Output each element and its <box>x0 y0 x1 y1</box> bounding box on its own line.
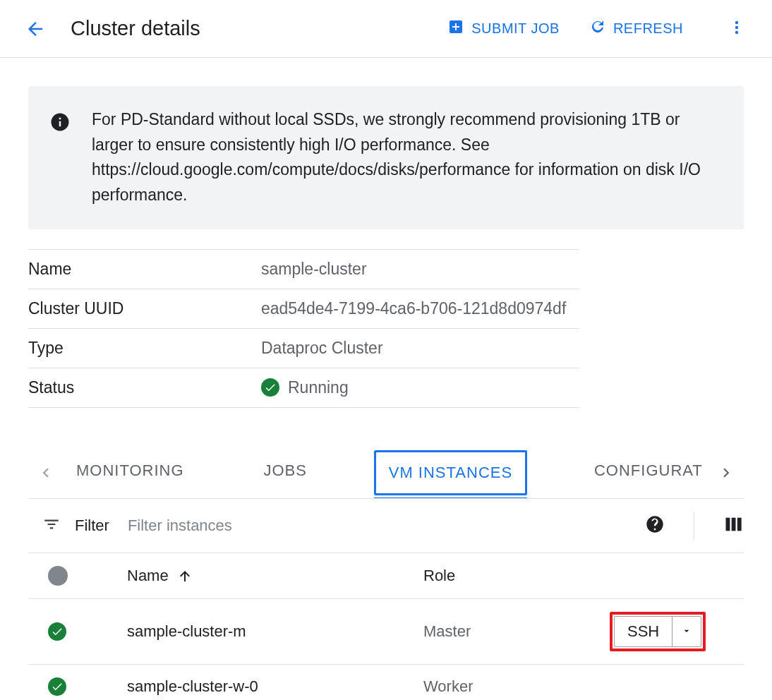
status-value: Running <box>288 378 349 397</box>
status-check-icon <box>48 677 66 696</box>
submit-job-button[interactable]: SUBMIT JOB <box>436 13 571 44</box>
submit-job-label: SUBMIT JOB <box>471 20 560 37</box>
tab-monitoring[interactable]: MONITORING <box>64 450 197 498</box>
filter-bar: Filter <box>28 499 744 553</box>
status-label: Status <box>28 368 261 407</box>
tab-vm-instances[interactable]: VM INSTANCES <box>374 450 527 495</box>
uuid-label: Cluster UUID <box>28 289 261 328</box>
svg-point-0 <box>735 20 738 23</box>
ssh-button[interactable]: SSH <box>614 616 701 647</box>
vm-rows-container: sample-cluster-mMasterSSHsample-cluster-… <box>28 599 744 700</box>
name-header-label: Name <box>127 567 169 585</box>
status-check-icon <box>48 622 66 641</box>
svg-point-2 <box>735 30 738 33</box>
type-label: Type <box>28 328 261 368</box>
refresh-label: REFRESH <box>613 20 683 37</box>
info-banner-text: For PD-Standard without local SSDs, we s… <box>92 110 701 204</box>
help-icon <box>645 514 665 537</box>
chevron-right-icon <box>717 464 735 485</box>
columns-button[interactable] <box>723 515 744 536</box>
status-check-icon <box>261 378 279 397</box>
detail-row-uuid: Cluster UUID ead54de4-7199-4ca6-b706-121… <box>28 289 579 328</box>
filter-input[interactable] <box>128 517 633 535</box>
plus-box-icon <box>447 18 464 39</box>
tabs-scroll-left[interactable] <box>28 454 64 494</box>
tabs-container: MONITORING JOBS VM INSTANCES CONFIGURAT <box>28 450 744 499</box>
filter-icon <box>42 515 61 536</box>
instance-name[interactable]: sample-cluster-w-0 <box>127 677 423 696</box>
sort-asc-icon <box>177 567 194 584</box>
chevron-left-icon <box>37 464 55 485</box>
svg-rect-4 <box>732 517 736 531</box>
tab-jobs[interactable]: JOBS <box>251 450 319 498</box>
detail-row-type: Type Dataproc Cluster <box>28 328 579 368</box>
tabs-scroll-right[interactable] <box>708 454 744 494</box>
uuid-value: ead54de4-7199-4ca6-b706-121d8d0974df <box>261 289 579 328</box>
back-arrow-icon[interactable] <box>21 15 49 43</box>
ssh-button-label[interactable]: SSH <box>615 617 673 646</box>
info-icon <box>49 111 71 140</box>
svg-point-1 <box>735 25 738 28</box>
page-title: Cluster details <box>71 17 200 40</box>
instance-role: Master <box>423 622 610 641</box>
status-column-icon <box>48 566 68 586</box>
tab-configuration[interactable]: CONFIGURAT <box>581 450 708 498</box>
help-button[interactable] <box>644 515 665 536</box>
name-label: Name <box>28 249 261 289</box>
detail-row-name: Name sample-cluster <box>28 249 579 289</box>
cluster-details-table: Name sample-cluster Cluster UUID ead54de… <box>28 249 579 408</box>
type-value: Dataproc Cluster <box>261 328 579 368</box>
more-options-button[interactable] <box>723 15 751 43</box>
instance-name[interactable]: sample-cluster-m <box>127 622 423 641</box>
refresh-icon <box>589 18 606 39</box>
refresh-button[interactable]: REFRESH <box>578 13 694 44</box>
svg-rect-5 <box>737 517 742 531</box>
page-header: Cluster details SUBMIT JOB REFRESH <box>0 0 772 58</box>
table-row: sample-cluster-mMasterSSH <box>28 599 744 665</box>
name-value: sample-cluster <box>261 249 579 289</box>
name-column-header[interactable]: Name <box>127 567 423 585</box>
detail-row-status: Status Running <box>28 368 579 407</box>
ssh-dropdown[interactable] <box>673 617 701 646</box>
role-column-header[interactable]: Role <box>423 567 610 585</box>
vertical-divider <box>694 512 694 540</box>
columns-icon <box>723 514 743 537</box>
table-row: sample-cluster-w-0Worker <box>28 665 744 700</box>
vm-table-header: Name Role <box>28 553 744 599</box>
filter-label: Filter <box>75 517 109 535</box>
instance-role: Worker <box>423 677 610 696</box>
svg-rect-3 <box>726 517 730 531</box>
more-vert-icon <box>728 19 745 39</box>
info-banner: For PD-Standard without local SSDs, we s… <box>28 86 744 229</box>
caret-down-icon <box>681 622 692 641</box>
